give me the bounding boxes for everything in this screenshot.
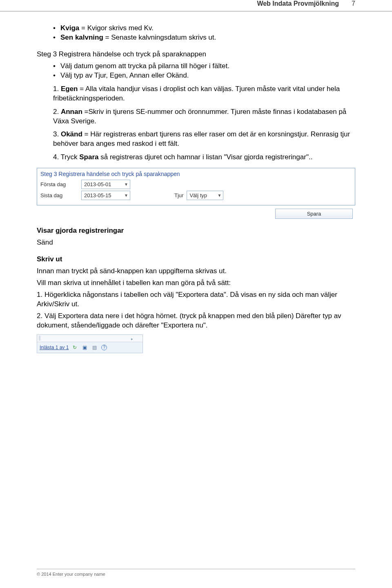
bullet-text: = Senaste kalvningsdatum skrivs ut. — [103, 33, 216, 41]
bullet-item: Sen kalvning = Senaste kalvningsdatum sk… — [53, 33, 355, 42]
numbered-item-3: 3. Okänd = Här registreras enbart tjuren… — [53, 130, 355, 149]
step3-form-panel: Steg 3 Registrera händelse och tryck på … — [37, 168, 355, 205]
step3-heading: Steg 3 Registrera händelse och tryck på … — [37, 50, 355, 59]
list-text: = Alla vitala handjur visas i droplist o… — [53, 85, 340, 102]
bullet-item: Välj typ av Tjur, Egen, Annan eller Okän… — [53, 71, 355, 80]
first-day-row: Första dag 2013-05-01 ▼ — [40, 180, 352, 189]
toolbar-top-strip: ▸ — [37, 335, 143, 342]
triangle-right-icon[interactable]: ▸ — [131, 337, 133, 341]
bullet-item: Kviga = Kvigor skrivs med Kv. — [53, 24, 355, 33]
numbered-item-1: 1. Egen = Alla vitala handjur visas i dr… — [53, 85, 355, 103]
skrivut-item-2: 2. Välj Exportera data nere i det högra … — [37, 312, 355, 330]
tjur-select[interactable]: Välj typ ▼ — [187, 191, 223, 200]
tjur-label: Tjur — [174, 192, 183, 198]
help-icon[interactable]: ? — [100, 344, 108, 351]
page-content: Kviga = Kvigor skrivs med Kv. Sen kalvni… — [0, 11, 392, 353]
list-text: = Här registreras enbart tjurens ras ell… — [53, 130, 350, 147]
bullet-list-top: Kviga = Kvigor skrivs med Kv. Sen kalvni… — [53, 24, 355, 42]
last-day-input[interactable]: 2013-05-15 ▼ — [81, 191, 130, 200]
tjur-value: Välj typ — [189, 192, 207, 198]
grip-icon — [39, 336, 40, 341]
chevron-down-icon[interactable]: ▼ — [217, 193, 221, 198]
toolbar-row: Inlästa 1 av 1 ↻ ▣ ▤ ? — [37, 342, 143, 353]
sand-text: Sänd — [37, 238, 355, 247]
document-icon[interactable]: ▤ — [91, 344, 98, 351]
step3-bullets: Välj datum genom att trycka på pilarna t… — [53, 62, 355, 80]
page-number: 7 — [352, 0, 355, 7]
list-number: 3. — [53, 130, 59, 138]
toolbar-status-link[interactable]: Inlästa 1 av 1 — [40, 345, 69, 350]
list-prefix: Tryck — [61, 153, 80, 161]
list-number: 2. — [53, 108, 59, 116]
list-text: =Skriv in tjurens SE-nummer och öronnumm… — [53, 108, 346, 125]
last-day-label: Sista dag — [40, 192, 78, 198]
last-day-row: Sista dag 2013-05-15 ▼ Tjur Välj typ ▼ — [40, 191, 352, 200]
skrivut-line2: Vill man skriva ut innehållet i tabellen… — [37, 278, 355, 288]
footer-text: © 2014 Enter your company name — [37, 572, 105, 577]
export-toolbar: ▸ Inlästa 1 av 1 ↻ ▣ ▤ ? — [37, 334, 143, 353]
list-label: Egen — [61, 85, 78, 93]
chevron-down-icon[interactable]: ▼ — [124, 182, 128, 187]
bullet-label: Kviga — [60, 24, 79, 32]
last-day-value: 2013-05-15 — [84, 192, 111, 198]
header-title: Web Indata Provmjölkning — [257, 0, 339, 7]
refresh-icon[interactable]: ↻ — [71, 344, 78, 351]
first-day-label: Första dag — [40, 181, 78, 187]
skrivut-heading: Skriv ut — [37, 255, 355, 264]
numbered-item-4: 4. Tryck Spara så registreras djuret och… — [53, 153, 355, 162]
form-title: Steg 3 Registrera händelse och tryck på … — [40, 171, 352, 177]
list-number: 4. — [53, 153, 59, 161]
first-day-value: 2013-05-01 — [84, 181, 111, 187]
bullet-label: Sen kalvning — [60, 33, 103, 41]
save-row: Spara — [37, 209, 355, 219]
list-label: Okänd — [61, 130, 82, 138]
export-icon[interactable]: ▣ — [81, 344, 88, 351]
numbered-item-2: 2. Annan =Skriv in tjurens SE-nummer och… — [53, 107, 355, 126]
save-button[interactable]: Spara — [275, 209, 353, 219]
footer-divider — [37, 569, 355, 569]
skrivut-item-1: 1. Högerklicka någonstans i tabellen och… — [37, 290, 355, 309]
list-text: så registreras djuret och hamnar i lista… — [99, 153, 313, 161]
bullet-text: = Kvigor skrivs med Kv. — [79, 24, 154, 32]
visar-heading: Visar gjorda registreringar — [37, 226, 355, 236]
list-number: 1. — [53, 85, 59, 93]
page-header: Web Indata Provmjölkning 7 — [0, 0, 392, 11]
bullet-item: Välj datum genom att trycka på pilarna t… — [53, 62, 355, 71]
first-day-input[interactable]: 2013-05-01 ▼ — [81, 180, 130, 189]
list-label: Spara — [79, 153, 98, 161]
skrivut-intro: Innan man tryckt på sänd-knappen kan upp… — [37, 267, 355, 276]
chevron-down-icon[interactable]: ▼ — [124, 193, 128, 198]
list-label: Annan — [61, 108, 82, 116]
